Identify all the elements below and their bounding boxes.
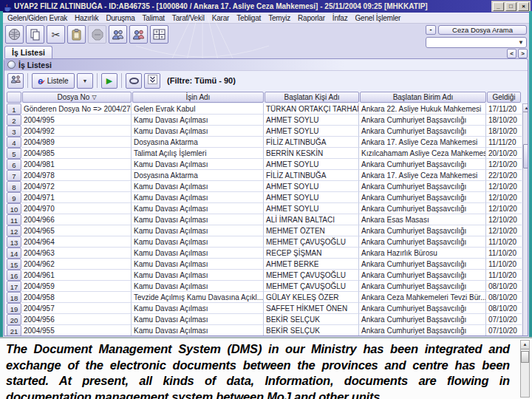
header-baslatan-kisi[interactable]: Başlatan Kişi Adı — [265, 92, 359, 103]
table-row[interactable]: 9 2004/971 Kamu Davası Açılması AHMET SO… — [7, 192, 522, 203]
listele-button[interactable]: e✔ Listele — [32, 73, 75, 89]
cell-baslatan-birim: Ankara 17. Asliye Ceza Mahkemesi — [359, 137, 486, 148]
table-row[interactable]: 17 2004/959 Kamu Davası Açılması MEHMET … — [7, 281, 522, 292]
globe-button[interactable] — [5, 25, 24, 44]
caption-scrollbar[interactable]: ▲ — [520, 340, 530, 398]
stop-button — [88, 25, 106, 44]
panel-header: İş Listesi — [4, 59, 528, 71]
cell-baslatan-kisi: RECEP ŞİŞMAN — [264, 248, 359, 259]
cell-baslatan-kisi: MEHMET ÇAVUŞOĞLU — [264, 270, 359, 281]
cell-dosya-no: Gönderen Dosya No => 2004/276 — [21, 103, 132, 115]
table-row[interactable]: 14 2004/963 Kamu Davası Açılması RECEP Ş… — [7, 248, 522, 259]
table-row[interactable]: 15 2004/962 Kamu Davası Açılması AHMET B… — [7, 259, 522, 270]
cell-isin-adi: Kamu Davası Açılması — [132, 270, 264, 281]
header-row-number[interactable] — [7, 92, 21, 103]
table-row[interactable]: 19 2004/957 Kamu Davası Açılması SAFFET … — [7, 303, 522, 314]
cell-baslatan-kisi: TÜRKAN ORTAKÇI TARHAN — [264, 103, 359, 115]
table-row[interactable]: 13 2004/964 Kamu Davası Açılması MEHMET … — [7, 236, 522, 248]
copy-button[interactable] — [26, 25, 44, 44]
row-number: 8 — [7, 181, 21, 192]
panel-sphere-icon — [7, 61, 16, 69]
table-row[interactable]: 16 2004/961 Kamu Davası Açılması MEHMET … — [7, 270, 522, 281]
menu-item[interactable]: Raporlar — [294, 14, 329, 22]
cell-isin-adi: Kamu Davası Açılması — [132, 181, 264, 192]
row-number: 1 — [7, 103, 21, 115]
menu-item[interactable]: Gelen/Giden Evrak — [4, 14, 71, 22]
users-blue-button[interactable] — [109, 25, 127, 44]
cell-baslatan-kisi: AHMET SOYLU — [264, 181, 359, 192]
cell-geldigi: 17/11/20 — [486, 103, 522, 115]
caption-scrollbar-thumb[interactable] — [521, 351, 529, 363]
table-row[interactable]: 12 2004/965 Kamu Davası Açılması MEHMET … — [7, 225, 522, 236]
cell-geldigi: 12/10/20 — [486, 192, 522, 203]
oval-select-button[interactable] — [126, 73, 142, 89]
cell-geldigi: 11/10/20 — [486, 259, 522, 270]
grid-button[interactable] — [150, 25, 168, 44]
tab-is-listesi[interactable]: İş Listesi — [4, 46, 52, 58]
row-number: 13 — [7, 236, 21, 248]
caption-scroll-up-icon[interactable]: ▲ — [521, 341, 529, 349]
cut-button[interactable]: ✂ — [47, 25, 65, 44]
header-dosya-no[interactable]: Dosya No ▽ — [22, 92, 132, 103]
listele-label: Listele — [47, 77, 69, 85]
cell-geldigi: 07/10/20 — [486, 314, 522, 325]
tab-scroll-prev-button[interactable]: < — [507, 49, 516, 58]
collapse-search-button[interactable]: - — [426, 25, 436, 35]
cell-isin-adi: Kamu Davası Açılması — [132, 126, 264, 137]
table-row[interactable]: 11 2004/966 Kamu Davası Açılması ALİ İMR… — [7, 214, 522, 225]
close-button[interactable]: × — [518, 2, 529, 11]
ceza-dosya-arama-button[interactable]: Ceza Dosya Arama — [438, 25, 527, 35]
table-row[interactable]: 2 2004/995 Kamu Davası Açılması AHMET SO… — [7, 115, 522, 126]
menu-item[interactable]: Hazırlık — [71, 14, 102, 22]
menu-item[interactable]: Genel İşlemler — [351, 14, 404, 22]
table-scrollbar[interactable]: ▲ — [522, 103, 528, 336]
panel-title: İş Listesi — [18, 61, 52, 69]
cell-dosya-no: 2004/964 — [21, 236, 132, 248]
cut-icon: ✂ — [52, 29, 61, 41]
cell-baslatan-kisi: AHMET SOYLU — [264, 192, 359, 203]
workgroup-icon — [10, 74, 21, 87]
table-row[interactable]: 21 2004/955 Kamu Davası Açılması BEKİR S… — [7, 325, 522, 336]
header-isin-adi[interactable]: İşin Adı — [132, 92, 264, 103]
minimize-button[interactable]: _ — [493, 2, 504, 11]
table-row[interactable]: 4 2004/989 Dosyasına Aktarma FİLİZ ALTIN… — [7, 137, 522, 148]
paste-button[interactable] — [67, 25, 86, 44]
chevron-down-icon: ▼ — [83, 78, 88, 83]
header-geldigi[interactable]: Geldiği — [487, 92, 521, 103]
run-button[interactable]: ▶ — [101, 73, 117, 89]
scrollbar-thumb[interactable] — [523, 144, 528, 168]
search-combobox[interactable]: ▼ — [426, 37, 527, 48]
caption-band: The Document Management System (DMS) in … — [0, 337, 532, 399]
table-row[interactable]: 18 2004/958 Tevzide Açılmış Kamu Davasın… — [7, 292, 522, 303]
listele-dropdown-button[interactable]: ▼ — [77, 73, 93, 89]
cell-isin-adi: Kamu Davası Açılması — [132, 192, 264, 203]
maximize-button[interactable]: □ — [505, 2, 516, 11]
cell-baslatan-kisi: MEHMET ÖZTEN — [264, 225, 359, 236]
cell-baslatan-kisi: AHMET SOYLU — [264, 203, 359, 214]
table-row[interactable]: 10 2004/970 Kamu Davası Açılması AHMET S… — [7, 203, 522, 214]
row-number: 6 — [7, 159, 21, 170]
workgroup-button[interactable] — [7, 73, 24, 89]
table-row[interactable]: 5 2004/985 Talimat Açılış İşlemleri BERR… — [7, 148, 522, 159]
row-number: 11 — [7, 214, 21, 225]
toolbar-separator — [97, 73, 98, 88]
window-title: UYAP2 FİLİZ ALTINBUĞA - ID:AB46735 - [10… — [14, 2, 491, 10]
table-row[interactable]: 1 Gönderen Dosya No => 2004/276 Gelen Ev… — [7, 103, 522, 115]
listele-e-icon: e✔ — [38, 74, 45, 87]
scroll-up-icon[interactable]: ▲ — [523, 104, 528, 112]
table-row[interactable]: 20 2004/956 Kamu Davası Açılması BEKİR S… — [7, 314, 522, 325]
caption-text: The Document Management System (DMS) in … — [6, 341, 510, 399]
users-red-button[interactable] — [129, 25, 148, 44]
header-baslatan-birim[interactable]: Başlatan Birim Adı — [360, 92, 486, 103]
table-row[interactable]: 7 2004/978 Dosyasına Aktarma FİLİZ ALTIN… — [7, 170, 522, 181]
expand-all-button[interactable] — [144, 73, 160, 89]
row-number: 18 — [7, 292, 21, 303]
row-number: 4 — [7, 137, 21, 148]
tab-scroll-next-button[interactable]: > — [518, 49, 528, 58]
table-row[interactable]: 6 2004/981 Kamu Davası Açılması AHMET SO… — [7, 159, 522, 170]
menu-item[interactable]: İnfaz — [329, 14, 352, 22]
cell-geldigi: 11/10/20 — [486, 236, 522, 248]
cell-dosya-no: 2004/955 — [21, 325, 132, 336]
table-row[interactable]: 3 2004/992 Kamu Davası Açılması AHMET SO… — [7, 126, 522, 137]
table-row[interactable]: 8 2004/972 Kamu Davası Açılması AHMET SO… — [7, 181, 522, 192]
